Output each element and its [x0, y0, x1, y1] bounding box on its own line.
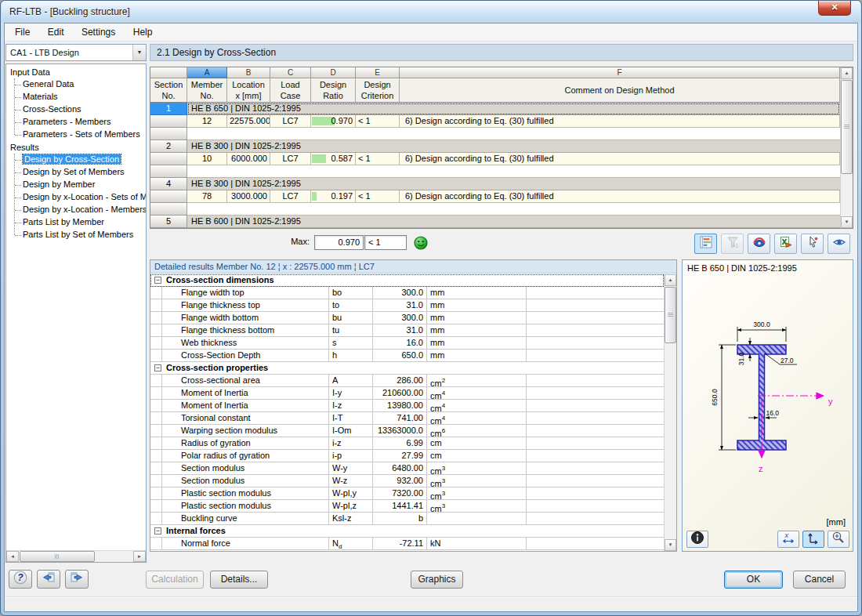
menu-file[interactable]: File [8, 24, 37, 42]
detail-row[interactable]: Cross-sectional areaA286.00cm2 [150, 375, 664, 387]
detail-row[interactable]: Warping section modulusI-Om13363000.0cm6 [150, 425, 664, 437]
row-gutter[interactable] [150, 165, 187, 178]
column-letter-A[interactable]: A [187, 67, 227, 78]
table-vertical-scrollbar[interactable]: ▲ ▼ [840, 67, 853, 228]
detail-row[interactable]: Flange thickness bottomtu31.0mm [150, 324, 664, 337]
detail-row[interactable]: Polar radius of gyrationi-p27.99cm [150, 450, 664, 462]
table-row[interactable] [150, 165, 840, 178]
row-gutter[interactable] [150, 190, 187, 203]
details-vertical-scrollbar[interactable]: ▲ ▼ [664, 274, 676, 551]
scroll-up-arrow[interactable]: ▲ [665, 274, 676, 286]
row-gutter[interactable] [150, 203, 187, 216]
detail-row[interactable]: Cross-Section Depthh650.0mm [150, 350, 664, 362]
detail-row[interactable]: Radius of gyrationi-z6.99cm [150, 437, 664, 450]
detail-row[interactable]: Section modulusW-y6480.00cm3 [150, 462, 664, 475]
details-button[interactable]: Details... [210, 571, 268, 589]
case-selector[interactable]: CA1 - LTB Design ▼ [5, 44, 147, 61]
detail-group-row[interactable]: −Internal forces [150, 525, 664, 538]
table-row[interactable] [150, 203, 840, 216]
cancel-button[interactable]: Cancel [793, 571, 846, 589]
section-number[interactable]: 1 [150, 103, 187, 115]
sidebar-item-parameters-members[interactable]: Parameters - Members [6, 116, 146, 129]
scroll-thumb[interactable] [20, 551, 95, 562]
menu-settings[interactable]: Settings [74, 24, 122, 42]
scroll-right-arrow[interactable]: ► [133, 551, 146, 562]
detail-row[interactable]: Normal forceNd-72.11kN [150, 538, 664, 550]
filter-ratios-greater-1-button[interactable]: >1 [721, 234, 744, 254]
sidebar-item-general-data[interactable]: General Data [6, 78, 146, 91]
detail-row[interactable]: Flange width bottombu300.0mm [150, 312, 664, 324]
section-number[interactable]: 2 [150, 140, 187, 153]
view-mode-button[interactable] [828, 234, 850, 254]
row-gutter[interactable] [150, 115, 187, 128]
detail-group-row[interactable]: −Cross-section dimensions [150, 274, 664, 287]
previous-table-button[interactable] [37, 570, 60, 589]
detail-row[interactable]: Plastic section modulusW-pl,z1441.41cm3 [150, 500, 664, 513]
sidebar-item-design-by-x-location-members[interactable]: Design by x-Location - Members [6, 204, 146, 216]
zoom-cross-section-button[interactable] [828, 531, 849, 548]
collapse-icon[interactable]: − [154, 277, 161, 284]
column-letter-B[interactable]: B [227, 67, 270, 78]
menu-help[interactable]: Help [126, 24, 160, 42]
table-row[interactable]: 2HE B 300 | DIN 1025-2:1995 [150, 140, 840, 153]
detail-group-row[interactable]: −Cross-section properties [150, 362, 664, 375]
table-row[interactable]: 783000.000LC70.197< 16) Design according… [150, 190, 840, 203]
sidebar-item-parts-list-by-member[interactable]: Parts List by Member [6, 216, 146, 229]
sidebar-item-materials[interactable]: Materials [6, 91, 146, 103]
sidebar-item-parameters-sets-of-members[interactable]: Parameters - Sets of Members [6, 129, 146, 141]
detail-row[interactable]: Torsional constantI-T741.00cm4 [150, 412, 664, 425]
scroll-down-arrow[interactable]: ▼ [665, 539, 676, 551]
calculation-button[interactable]: Calculation [146, 571, 204, 589]
sidebar-item-parts-list-by-set-of-members[interactable]: Parts List by Set of Members [6, 229, 146, 241]
close-button[interactable]: ✕ [818, 1, 851, 16]
row-gutter[interactable] [150, 128, 187, 140]
table-row[interactable]: 5HE B 600 | DIN 1025-2:1995 [150, 216, 840, 228]
scroll-left-arrow[interactable]: ◄ [6, 551, 19, 562]
scroll-thumb[interactable] [841, 80, 853, 174]
detail-row[interactable]: Moment of InertiaI-y210600.00cm4 [150, 387, 664, 400]
table-row[interactable]: 106000.000LC70.587< 16) Design according… [150, 153, 840, 165]
sidebar-item-design-by-member[interactable]: Design by Member [6, 179, 146, 191]
sidebar-item-cross-sections[interactable]: Cross-Sections [6, 103, 146, 116]
sidebar-item-design-by-x-location-sets-of-m[interactable]: Design by x-Location - Sets of M [6, 191, 146, 204]
info-button[interactable] [686, 531, 708, 548]
detail-row[interactable]: Moment of InertiaI-z13980.00cm4 [150, 400, 664, 412]
sidebar-item-design-by-cross-section[interactable]: Design by Cross-Section [6, 154, 146, 166]
table-row[interactable] [150, 128, 840, 140]
title-bar[interactable]: RF-LTB - [Buckling structure] [2, 1, 860, 23]
detail-row[interactable]: Flange thickness topto31.0mm [150, 299, 664, 312]
collapse-icon[interactable]: − [154, 527, 161, 534]
table-row[interactable]: 1222575.000LC70.970< 16) Design accordin… [150, 115, 840, 128]
collapse-icon[interactable]: − [154, 364, 161, 371]
ok-button[interactable]: OK [724, 571, 783, 589]
result-diagrams-button[interactable] [694, 234, 717, 254]
next-table-button[interactable] [65, 570, 89, 589]
excel-export-button[interactable] [774, 234, 797, 254]
detail-row[interactable]: Web thicknesss16.0mm [150, 337, 664, 350]
column-letter-D[interactable]: D [311, 67, 356, 78]
column-letter-C[interactable]: C [270, 67, 311, 78]
menu-edit[interactable]: Edit [41, 24, 71, 42]
scroll-down-arrow[interactable]: ▼ [841, 216, 853, 228]
detail-row[interactable]: Buckling curveKsl-zb [150, 513, 664, 525]
scroll-thumb[interactable] [665, 287, 676, 343]
section-number[interactable]: 4 [150, 178, 187, 190]
x-dimensions-button[interactable]: x [777, 531, 799, 548]
section-number[interactable]: 5 [150, 216, 187, 228]
coordinate-system-button[interactable] [802, 531, 824, 548]
chevron-down-icon[interactable]: ▼ [132, 45, 146, 60]
detail-row[interactable]: Flange width topbo300.0mm [150, 287, 664, 299]
row-gutter[interactable] [150, 153, 187, 165]
help-button[interactable]: ? [9, 570, 32, 589]
column-letter-F[interactable]: F [400, 67, 840, 78]
jump-to-graphic-button[interactable] [801, 234, 824, 254]
column-letter-E[interactable]: E [356, 67, 400, 78]
table-row[interactable]: 1HE B 650 | DIN 1025-2:1995 [150, 103, 840, 115]
table-row[interactable]: 4HE B 300 | DIN 1025-2:1995 [150, 178, 840, 190]
scroll-up-arrow[interactable]: ▲ [841, 67, 853, 79]
detail-row[interactable]: Section modulusW-z932.00cm3 [150, 475, 664, 487]
colored-relation-scales-button[interactable] [748, 234, 770, 254]
sidebar-item-design-by-set-of-members[interactable]: Design by Set of Members [6, 166, 146, 179]
graphics-button[interactable]: Graphics [411, 571, 463, 589]
navigator-horizontal-scrollbar[interactable]: ◄ ► [6, 550, 146, 562]
